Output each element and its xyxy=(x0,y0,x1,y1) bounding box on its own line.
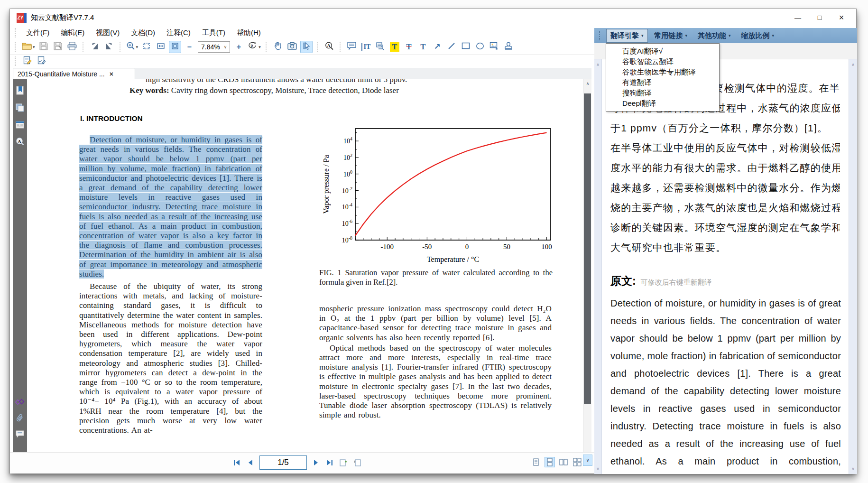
scroll-down-button[interactable]: ∨ xyxy=(583,455,592,466)
fit-width-button[interactable] xyxy=(155,41,167,53)
document-tab[interactable]: 2015-Quantitative Moisture ... × xyxy=(13,68,135,79)
next-view-button[interactable] xyxy=(352,457,362,468)
scroll-down-icon[interactable]: ∨ xyxy=(594,466,601,471)
engine-option-google-biomed[interactable]: 谷歌生物医学专用翻译 xyxy=(606,67,719,77)
sidebar-item-search[interactable]: A xyxy=(14,137,26,149)
sidebar-item-comments[interactable] xyxy=(14,429,26,441)
menu-comment[interactable]: 注释(C) xyxy=(161,27,196,39)
menu-file[interactable]: 文件(F) xyxy=(20,27,55,39)
fit-width-icon xyxy=(157,42,165,52)
marquee-zoom-button[interactable]: ▾ xyxy=(126,41,139,53)
first-page-button[interactable] xyxy=(232,457,241,468)
engine-option-deepl[interactable]: Deepl翻译 xyxy=(606,98,719,109)
stamp-tool-button[interactable] xyxy=(502,41,515,53)
snapshot-button[interactable] xyxy=(286,41,298,53)
sticky-note-button[interactable] xyxy=(346,41,358,53)
pdf-page-view[interactable]: high sensitivity of the CRDS instrument … xyxy=(27,79,583,452)
engine-option-youdao[interactable]: 有道翻译 xyxy=(606,77,719,88)
close-button[interactable]: × xyxy=(831,9,852,26)
search-button[interactable]: A xyxy=(323,41,335,53)
facing-layout-button[interactable] xyxy=(558,457,569,467)
menu-button-label: 常用链接 xyxy=(655,31,683,40)
scroll-up-icon[interactable]: ∧ xyxy=(594,62,601,67)
menu-document[interactable]: 文档(D) xyxy=(125,27,161,39)
toolbar-drag-handle[interactable] xyxy=(15,56,17,66)
maximize-button[interactable]: □ xyxy=(809,9,831,26)
continuous-facing-layout-button[interactable] xyxy=(572,457,582,467)
last-page-button[interactable] xyxy=(325,457,334,468)
rotate-pages-button[interactable]: P ▾ xyxy=(247,41,261,53)
menu-tools[interactable]: 工具(T) xyxy=(196,27,231,39)
translation-engine-menu-button[interactable]: 翻译引擎 ▾ xyxy=(606,29,648,43)
hand-tool-button[interactable] xyxy=(272,41,284,53)
toolbar-drag-handle[interactable] xyxy=(15,42,17,52)
open-file-button[interactable]: ▾ xyxy=(21,41,36,53)
svg-text:-100: -100 xyxy=(381,243,394,251)
panel-drag-handle[interactable] xyxy=(599,31,601,40)
translation-panel-right-scrollbar[interactable]: ∧ ∨ xyxy=(849,59,857,474)
previous-view-button[interactable] xyxy=(339,457,348,468)
svg-text:10-8: 10-8 xyxy=(342,235,352,244)
fit-visible-button[interactable] xyxy=(169,41,181,53)
paperclip-icon xyxy=(16,413,24,425)
insert-text-button[interactable]: IT xyxy=(360,41,372,53)
menu-view[interactable]: 视图(V) xyxy=(90,27,125,39)
image-annotation-button[interactable] xyxy=(488,41,500,53)
rotate-right-button[interactable] xyxy=(103,41,115,53)
translation-panel-left-scrollbar[interactable]: ∧ ∨ xyxy=(594,59,602,474)
common-links-menu-button[interactable]: 常用链接 ▾ xyxy=(651,29,692,42)
save-button[interactable] xyxy=(37,41,50,53)
select-tool-button[interactable] xyxy=(300,41,313,53)
scroll-up-icon[interactable]: ∧ xyxy=(583,81,592,86)
menu-edit[interactable]: 编辑(E) xyxy=(55,27,90,39)
save-as-button[interactable] xyxy=(52,41,64,53)
sidebar-item-attachments[interactable] xyxy=(14,413,26,425)
fit-page-button[interactable] xyxy=(140,41,153,53)
pdf-scrollbar-thumb[interactable] xyxy=(584,93,591,404)
edit-annotation-button[interactable] xyxy=(21,55,34,67)
strikeout-text-button[interactable]: T xyxy=(403,41,415,53)
bookmark-icon xyxy=(16,86,25,97)
engine-option-baidu[interactable]: 百度AI翻译√ xyxy=(606,46,719,56)
menu-help[interactable]: 帮助(H) xyxy=(231,27,267,39)
rectangle-tool-button[interactable] xyxy=(460,41,472,53)
previous-page-button[interactable] xyxy=(246,457,255,468)
sidebar-item-bookmarks[interactable] xyxy=(14,86,26,97)
arrow-tool-button[interactable]: ↗ xyxy=(431,41,443,53)
scroll-down-icon[interactable]: ∨ xyxy=(849,466,857,471)
line-tool-button[interactable] xyxy=(445,41,458,53)
sidebar-item-form-fields[interactable] xyxy=(14,120,26,131)
minimize-button[interactable]: — xyxy=(787,9,809,26)
zoom-ratio-menu-button[interactable]: 缩放比例 ▾ xyxy=(738,29,778,42)
figure-caption: FIG. 1 Saturation vapor pressure of wate… xyxy=(319,268,553,287)
chevron-down-icon: ▾ xyxy=(772,33,775,38)
rotate-left-button[interactable] xyxy=(89,41,101,53)
sidebar-item-thumbnails[interactable] xyxy=(14,103,26,114)
sign-document-button[interactable] xyxy=(36,55,48,67)
engine-option-google-cloud[interactable]: 谷歌智能云翻译 xyxy=(606,56,719,67)
single-page-layout-button[interactable] xyxy=(531,457,541,467)
fit-visible-icon xyxy=(171,42,179,52)
print-button[interactable] xyxy=(66,41,78,53)
next-page-button[interactable] xyxy=(311,457,321,468)
source-text[interactable]: Detection of moisture, or humidity in ga… xyxy=(610,295,841,474)
highlight-text-button[interactable]: T xyxy=(388,41,401,53)
typewriter-button[interactable]: T xyxy=(417,41,429,53)
toolbar-separator xyxy=(83,42,84,52)
copy-annotation-button[interactable] xyxy=(374,41,387,53)
scroll-up-icon[interactable]: ∧ xyxy=(849,62,857,67)
continuous-layout-button[interactable] xyxy=(545,457,555,467)
comment-icon xyxy=(16,430,25,440)
toolbar-drag-handle[interactable] xyxy=(15,28,17,37)
sidebar-item-linked-documents[interactable] xyxy=(14,397,26,409)
other-functions-menu-button[interactable]: 其他功能 ▾ xyxy=(694,29,735,42)
engine-option-sogou[interactable]: 搜狗翻译 xyxy=(606,88,719,98)
pdf-scrollbar[interactable]: ∧ xyxy=(583,79,591,452)
zoom-in-button[interactable]: + xyxy=(232,41,245,53)
page-indicator-input[interactable]: 1/5 xyxy=(259,455,307,470)
ellipse-tool-button[interactable] xyxy=(474,41,486,53)
highlight-text-icon: T xyxy=(390,42,399,52)
zoom-level-combobox[interactable]: 7.84% ∨ xyxy=(198,41,230,53)
tab-close-icon[interactable]: × xyxy=(110,70,113,78)
zoom-out-button[interactable]: − xyxy=(183,41,195,53)
